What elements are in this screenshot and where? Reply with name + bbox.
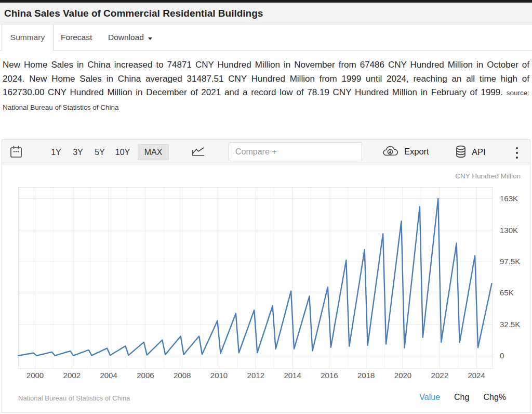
x-axis-tick-label: 2024 (468, 371, 485, 380)
database-icon (455, 145, 467, 159)
summary-paragraph: New Home Sales in China increased to 748… (3, 58, 529, 114)
range-button-3y[interactable]: 3Y (68, 144, 88, 160)
x-axis-tick-label: 2016 (321, 371, 338, 380)
summary-source-label: source: (507, 89, 529, 97)
title-bar: China Sales Value of Commercial Resident… (0, 3, 532, 24)
kebab-menu-icon (515, 146, 518, 160)
chgpct-link[interactable]: Chg% (483, 393, 506, 402)
x-axis-tick-label: 2014 (284, 371, 301, 380)
value-link[interactable]: Value (419, 393, 440, 402)
x-axis-tick-label: 2000 (26, 371, 44, 380)
api-button[interactable]: API (455, 145, 486, 159)
chart-card: 1Y 3Y 5Y 10Y MAX Export (2, 139, 530, 413)
x-axis-tick-label: 2008 (174, 371, 191, 380)
y-axis-tick-label: 65K (500, 288, 514, 297)
calendar-icon (9, 145, 23, 159)
x-axis-tick-label: 2006 (137, 371, 154, 380)
more-options-button[interactable] (513, 145, 521, 161)
range-button-10y[interactable]: 10Y (111, 144, 135, 160)
x-axis-tick-label: 2018 (357, 371, 375, 380)
compare-input[interactable] (229, 143, 362, 161)
x-axis-tick-label: 2004 (100, 371, 117, 380)
y-axis-tick-label: 0 (500, 351, 504, 360)
summary-text: New Home Sales in China increased to 748… (3, 60, 529, 97)
y-axis-tick-label: 97.5K (500, 257, 520, 266)
page-title: China Sales Value of Commercial Resident… (0, 3, 532, 19)
tab-bar: Summary Forecast Download (0, 24, 532, 50)
x-axis-tick-label: 2002 (63, 371, 81, 380)
range-button-1y[interactable]: 1Y (46, 144, 66, 160)
page: China Sales Value of Commercial Resident… (0, 0, 532, 414)
tab-download-label: Download (108, 33, 144, 42)
chevron-down-icon (148, 37, 152, 40)
line-chart-icon (191, 146, 206, 158)
export-button-label: Export (404, 147, 429, 157)
range-button-5y[interactable]: 5Y (90, 144, 110, 160)
y-axis-tick-label: 32.5K (500, 320, 520, 329)
chart-type-button[interactable] (191, 146, 206, 158)
summary-source-name: National Bureau of Statistics of China (3, 104, 119, 111)
tab-summary[interactable]: Summary (2, 24, 54, 50)
y-axis-tick-label: 163K (500, 194, 518, 203)
y-axis-tick-label: 130K (500, 226, 518, 235)
calendar-button[interactable] (9, 145, 23, 159)
cloud-download-icon (381, 145, 400, 158)
x-axis-tick-label: 2012 (247, 371, 264, 380)
chart-source-label: National Bureau of Statistics of China (18, 394, 130, 402)
chart-toolbar: 1Y 3Y 5Y 10Y MAX Export (2, 140, 530, 164)
export-button[interactable]: Export (381, 145, 429, 158)
chart-footer-links: Value Chg Chg% (419, 393, 506, 402)
x-axis-tick-label: 2022 (431, 371, 448, 380)
tab-download[interactable]: Download (108, 24, 152, 50)
range-button-max[interactable]: MAX (138, 144, 169, 160)
sales-line-chart-svg[interactable]: 2000200220042006200820102012201420162018… (2, 164, 530, 388)
x-axis-tick-label: 2020 (394, 371, 411, 380)
tab-forecast[interactable]: Forecast (61, 24, 92, 50)
chg-link[interactable]: Chg (454, 393, 469, 402)
api-button-label: API (472, 147, 486, 157)
series-line[interactable] (18, 199, 492, 356)
x-axis-tick-label: 2010 (210, 371, 228, 380)
